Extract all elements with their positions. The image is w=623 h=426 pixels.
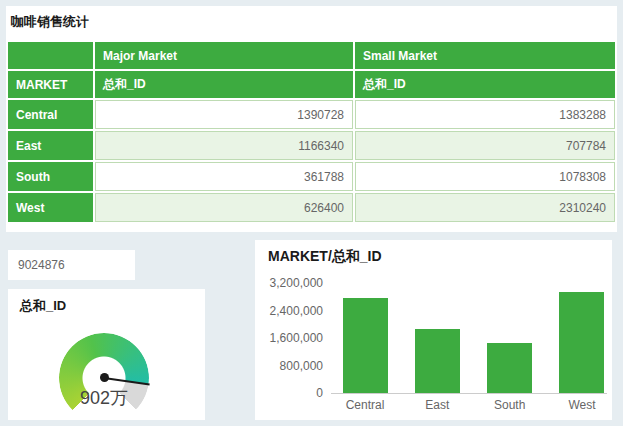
report-title: 咖啡销售统计 bbox=[11, 13, 89, 31]
pivot-table: Major Market Small Market MARKET 总和_ID 总… bbox=[6, 40, 617, 224]
value-cell[interactable]: 1166340 bbox=[95, 131, 353, 160]
x-axis-label: South bbox=[474, 398, 546, 412]
gauge-title: 总和_ID bbox=[20, 297, 66, 315]
y-axis-tick-label: 0 bbox=[255, 385, 323, 401]
bar-chart-title: MARKET/总和_ID bbox=[268, 248, 382, 266]
bar-west[interactable] bbox=[559, 292, 604, 393]
bar-central[interactable] bbox=[343, 298, 388, 393]
value-cell[interactable]: 361788 bbox=[95, 162, 353, 191]
measure-header-small[interactable]: 总和_ID bbox=[355, 71, 615, 98]
x-axis-label: West bbox=[546, 398, 618, 412]
column-group-major-market[interactable]: Major Market bbox=[95, 42, 353, 69]
bar-east[interactable] bbox=[415, 329, 460, 393]
bar-chart-widget-card: MARKET/总和_ID 0800,0001,600,0002,400,0003… bbox=[255, 240, 612, 420]
table-row: South3617881078308 bbox=[8, 162, 615, 191]
x-axis-label: East bbox=[401, 398, 473, 412]
y-axis-tick-label: 800,000 bbox=[255, 358, 323, 374]
value-cell[interactable]: 707784 bbox=[355, 131, 615, 160]
row-dimension-header[interactable]: MARKET bbox=[8, 71, 93, 98]
y-axis-tick-label: 3,200,000 bbox=[255, 275, 323, 291]
corner-cell bbox=[8, 42, 93, 69]
pivot-table-body: Central13907281383288East1166340707784So… bbox=[8, 100, 615, 222]
gauge-value-label: 902万 bbox=[49, 386, 159, 410]
kpi-total-box: 9024876 bbox=[8, 250, 135, 280]
column-group-small-market[interactable]: Small Market bbox=[355, 42, 615, 69]
value-cell[interactable]: 626400 bbox=[95, 193, 353, 222]
table-row: West6264002310240 bbox=[8, 193, 615, 222]
table-measure-header-row: MARKET 总和_ID 总和_ID bbox=[8, 71, 615, 98]
table-group-header-row: Major Market Small Market bbox=[8, 42, 615, 69]
gauge-widget-card: 总和_ID 902万 bbox=[8, 289, 205, 420]
table-widget-card: 咖啡销售统计 Major Market Small Market MARKET … bbox=[6, 6, 617, 232]
value-cell[interactable]: 2310240 bbox=[355, 193, 615, 222]
row-header-central[interactable]: Central bbox=[8, 100, 93, 129]
gauge-center-dot bbox=[100, 373, 109, 382]
value-cell[interactable]: 1390728 bbox=[95, 100, 353, 129]
x-axis-line bbox=[331, 393, 607, 394]
row-header-south[interactable]: South bbox=[8, 162, 93, 191]
table-row: East1166340707784 bbox=[8, 131, 615, 160]
row-header-west[interactable]: West bbox=[8, 193, 93, 222]
measure-header-major[interactable]: 总和_ID bbox=[95, 71, 353, 98]
row-header-east[interactable]: East bbox=[8, 131, 93, 160]
dashboard: 咖啡销售统计 Major Market Small Market MARKET … bbox=[0, 0, 623, 426]
y-axis-tick-label: 2,400,000 bbox=[255, 303, 323, 319]
value-cell[interactable]: 1383288 bbox=[355, 100, 615, 129]
bar-south[interactable] bbox=[487, 343, 532, 393]
value-cell[interactable]: 1078308 bbox=[355, 162, 615, 191]
y-axis-tick-label: 1,600,000 bbox=[255, 330, 323, 346]
x-axis-label: Central bbox=[329, 398, 401, 412]
table-row: Central13907281383288 bbox=[8, 100, 615, 129]
